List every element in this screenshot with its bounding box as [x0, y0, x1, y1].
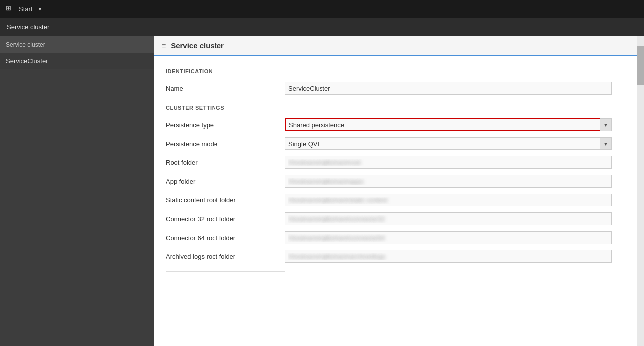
static-content-root-folder-input[interactable] — [285, 194, 612, 206]
persistence-mode-row: Persistence mode Single QVF ▼ — [166, 137, 632, 150]
app-logo-icon: ⊞ — [6, 4, 15, 13]
app-folder-row: App folder — [166, 174, 632, 188]
persistence-type-select[interactable]: Shared persistence — [285, 118, 612, 131]
form-content: IDENTIFICATION Name CLUSTER SETTINGS Per… — [154, 56, 644, 292]
breadcrumb-bar: Service cluster — [0, 18, 644, 36]
name-row: Name — [166, 81, 632, 95]
top-bar: ⊞ Start ▼ — [0, 0, 644, 18]
content-area: ≡ Service cluster IDENTIFICATION Name CL… — [154, 36, 644, 346]
archived-logs-root-folder-label: Archived logs root folder — [166, 253, 285, 260]
persistence-type-wrapper: Shared persistence ▼ — [285, 118, 612, 131]
persistence-mode-select[interactable]: Single QVF — [285, 137, 612, 150]
archived-logs-root-folder-row: Archived logs root folder — [166, 249, 632, 263]
sidebar: Service cluster ServiceCluster — [0, 36, 154, 346]
connector32-root-folder-label: Connector 32 root folder — [166, 215, 285, 223]
persistence-mode-label: Persistence mode — [166, 140, 285, 148]
identification-section-title: IDENTIFICATION — [166, 68, 632, 74]
archived-logs-root-folder-input[interactable] — [285, 250, 612, 263]
static-content-root-folder-label: Static content root folder — [166, 197, 285, 204]
scrollbar-thumb[interactable] — [637, 46, 644, 85]
app-title[interactable]: Start — [19, 5, 32, 13]
sidebar-item-label: ServiceCluster — [6, 57, 48, 65]
sidebar-item-servicecluster[interactable]: ServiceCluster — [0, 53, 154, 69]
sidebar-header-label: Service cluster — [6, 41, 45, 48]
sidebar-header: Service cluster — [0, 36, 154, 53]
root-folder-input[interactable] — [285, 156, 612, 169]
app-folder-label: App folder — [166, 178, 285, 185]
content-title: Service cluster — [171, 41, 224, 49]
persistence-type-label: Persistence type — [166, 121, 285, 129]
static-content-root-folder-row: Static content root folder — [166, 193, 632, 207]
connector32-root-folder-row: Connector 32 root folder — [166, 212, 632, 226]
app-folder-input[interactable] — [285, 175, 612, 188]
connector64-root-folder-label: Connector 64 root folder — [166, 234, 285, 242]
connector32-root-folder-input[interactable] — [285, 212, 612, 225]
cluster-settings-section-title: CLUSTER SETTINGS — [166, 105, 632, 111]
header-menu-icon: ≡ — [162, 42, 166, 49]
name-label: Name — [166, 85, 285, 92]
persistence-mode-wrapper: Single QVF ▼ — [285, 137, 612, 150]
content-header: ≡ Service cluster — [154, 36, 644, 56]
breadcrumb: Service cluster — [7, 23, 49, 31]
scrollbar[interactable] — [637, 36, 644, 346]
name-input[interactable] — [285, 82, 612, 95]
main-layout: Service cluster ServiceCluster ≡ Service… — [0, 36, 644, 346]
dropdown-arrow-icon[interactable]: ▼ — [37, 6, 42, 12]
root-folder-row: Root folder — [166, 155, 632, 169]
form-divider — [166, 271, 285, 272]
connector64-root-folder-row: Connector 64 root folder — [166, 231, 632, 245]
persistence-type-row: Persistence type Shared persistence ▼ — [166, 118, 632, 132]
root-folder-label: Root folder — [166, 159, 285, 166]
connector64-root-folder-input[interactable] — [285, 231, 612, 244]
